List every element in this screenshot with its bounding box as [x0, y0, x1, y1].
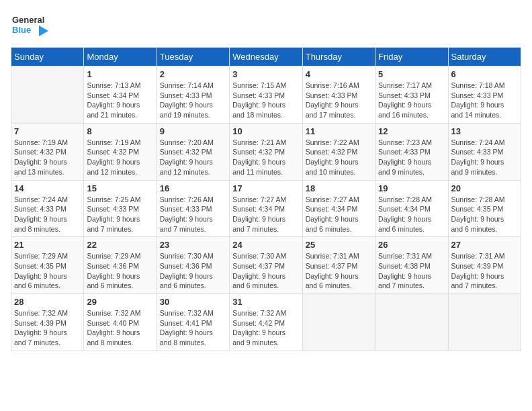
- day-cell: 30Sunrise: 7:32 AMSunset: 4:41 PMDayligh…: [157, 294, 229, 351]
- col-header-wednesday: Wednesday: [230, 48, 302, 66]
- day-number: 3: [232, 69, 299, 79]
- day-info: Sunrise: 7:24 AMSunset: 4:33 PMDaylight:…: [14, 195, 81, 234]
- day-cell: 27Sunrise: 7:31 AMSunset: 4:39 PMDayligh…: [448, 237, 521, 294]
- day-number: 20: [451, 183, 518, 193]
- day-cell: 25Sunrise: 7:31 AMSunset: 4:37 PMDayligh…: [302, 237, 375, 294]
- day-number: 7: [14, 126, 81, 136]
- day-cell: 5Sunrise: 7:17 AMSunset: 4:33 PMDaylight…: [375, 66, 448, 124]
- svg-text:General: General: [12, 15, 44, 25]
- day-number: 1: [87, 69, 153, 79]
- day-info: Sunrise: 7:30 AMSunset: 4:36 PMDaylight:…: [160, 251, 226, 291]
- day-number: 5: [378, 69, 445, 79]
- day-number: 12: [378, 126, 445, 136]
- day-cell: 11Sunrise: 7:22 AMSunset: 4:32 PMDayligh…: [302, 123, 375, 180]
- day-info: Sunrise: 7:24 AMSunset: 4:33 PMDaylight:…: [451, 138, 518, 177]
- day-number: 26: [378, 240, 445, 250]
- day-number: 27: [451, 240, 518, 250]
- day-cell: [375, 294, 448, 351]
- day-cell: [302, 294, 375, 351]
- day-info: Sunrise: 7:20 AMSunset: 4:32 PMDaylight:…: [160, 138, 226, 177]
- svg-text:Blue: Blue: [12, 25, 31, 35]
- day-number: 10: [232, 126, 299, 136]
- day-number: 13: [451, 126, 518, 136]
- day-info: Sunrise: 7:31 AMSunset: 4:39 PMDaylight:…: [451, 251, 518, 291]
- day-info: Sunrise: 7:31 AMSunset: 4:38 PMDaylight:…: [378, 251, 445, 291]
- day-number: 25: [306, 240, 372, 250]
- day-cell: 15Sunrise: 7:25 AMSunset: 4:33 PMDayligh…: [84, 180, 157, 237]
- day-cell: 23Sunrise: 7:30 AMSunset: 4:36 PMDayligh…: [157, 237, 229, 294]
- day-cell: 29Sunrise: 7:32 AMSunset: 4:40 PMDayligh…: [84, 294, 157, 351]
- col-header-saturday: Saturday: [448, 48, 521, 66]
- day-number: 2: [160, 69, 226, 79]
- day-info: Sunrise: 7:13 AMSunset: 4:34 PMDaylight:…: [87, 81, 153, 120]
- col-header-thursday: Thursday: [302, 48, 375, 66]
- day-number: 22: [87, 240, 153, 250]
- day-cell: 10Sunrise: 7:21 AMSunset: 4:32 PMDayligh…: [230, 123, 302, 180]
- col-header-tuesday: Tuesday: [157, 48, 229, 66]
- day-number: 23: [160, 240, 226, 250]
- day-info: Sunrise: 7:25 AMSunset: 4:33 PMDaylight:…: [87, 195, 153, 234]
- day-cell: 1Sunrise: 7:13 AMSunset: 4:34 PMDaylight…: [84, 66, 157, 124]
- day-number: 9: [160, 126, 226, 136]
- day-number: 8: [87, 126, 153, 136]
- day-cell: 9Sunrise: 7:20 AMSunset: 4:32 PMDaylight…: [157, 123, 229, 180]
- day-number: 17: [232, 183, 299, 193]
- day-cell: 24Sunrise: 7:30 AMSunset: 4:37 PMDayligh…: [230, 237, 302, 294]
- day-cell: 3Sunrise: 7:15 AMSunset: 4:33 PMDaylight…: [230, 66, 302, 124]
- day-number: 30: [160, 297, 226, 307]
- day-info: Sunrise: 7:26 AMSunset: 4:33 PMDaylight:…: [160, 195, 226, 234]
- day-info: Sunrise: 7:27 AMSunset: 4:34 PMDaylight:…: [306, 195, 372, 234]
- logo: General Blue: [11, 11, 48, 40]
- col-header-friday: Friday: [375, 48, 448, 66]
- day-info: Sunrise: 7:28 AMSunset: 4:35 PMDaylight:…: [451, 195, 518, 234]
- day-info: Sunrise: 7:30 AMSunset: 4:37 PMDaylight:…: [232, 251, 299, 291]
- day-number: 15: [87, 183, 153, 193]
- day-cell: 17Sunrise: 7:27 AMSunset: 4:34 PMDayligh…: [230, 180, 302, 237]
- day-number: 6: [451, 69, 518, 79]
- day-cell: 20Sunrise: 7:28 AMSunset: 4:35 PMDayligh…: [448, 180, 521, 237]
- day-cell: 8Sunrise: 7:19 AMSunset: 4:32 PMDaylight…: [84, 123, 157, 180]
- day-info: Sunrise: 7:23 AMSunset: 4:33 PMDaylight:…: [378, 138, 445, 177]
- page-header: General Blue: [11, 11, 521, 40]
- day-info: Sunrise: 7:15 AMSunset: 4:33 PMDaylight:…: [232, 81, 299, 120]
- day-number: 28: [14, 297, 81, 307]
- week-row-2: 7Sunrise: 7:19 AMSunset: 4:32 PMDaylight…: [11, 123, 521, 180]
- week-row-4: 21Sunrise: 7:29 AMSunset: 4:35 PMDayligh…: [11, 237, 521, 294]
- day-info: Sunrise: 7:18 AMSunset: 4:33 PMDaylight:…: [451, 81, 518, 120]
- week-row-1: 1Sunrise: 7:13 AMSunset: 4:34 PMDaylight…: [11, 66, 521, 124]
- day-cell: [448, 294, 521, 351]
- day-info: Sunrise: 7:21 AMSunset: 4:32 PMDaylight:…: [232, 138, 299, 177]
- day-cell: 18Sunrise: 7:27 AMSunset: 4:34 PMDayligh…: [302, 180, 375, 237]
- day-cell: 21Sunrise: 7:29 AMSunset: 4:35 PMDayligh…: [11, 237, 84, 294]
- day-info: Sunrise: 7:22 AMSunset: 4:32 PMDaylight:…: [306, 138, 372, 177]
- day-cell: 16Sunrise: 7:26 AMSunset: 4:33 PMDayligh…: [157, 180, 229, 237]
- day-info: Sunrise: 7:29 AMSunset: 4:36 PMDaylight:…: [87, 251, 153, 291]
- day-cell: 4Sunrise: 7:16 AMSunset: 4:33 PMDaylight…: [302, 66, 375, 124]
- col-header-sunday: Sunday: [11, 48, 84, 66]
- day-info: Sunrise: 7:32 AMSunset: 4:39 PMDaylight:…: [14, 308, 81, 348]
- day-cell: 13Sunrise: 7:24 AMSunset: 4:33 PMDayligh…: [448, 123, 521, 180]
- calendar-table: SundayMondayTuesdayWednesdayThursdayFrid…: [11, 47, 521, 351]
- week-row-3: 14Sunrise: 7:24 AMSunset: 4:33 PMDayligh…: [11, 180, 521, 237]
- day-info: Sunrise: 7:19 AMSunset: 4:32 PMDaylight:…: [14, 138, 81, 177]
- day-info: Sunrise: 7:32 AMSunset: 4:40 PMDaylight:…: [87, 308, 153, 348]
- day-number: 4: [306, 69, 372, 79]
- day-number: 11: [306, 126, 372, 136]
- day-cell: 2Sunrise: 7:14 AMSunset: 4:33 PMDaylight…: [157, 66, 229, 124]
- day-info: Sunrise: 7:29 AMSunset: 4:35 PMDaylight:…: [14, 251, 81, 291]
- logo-icon: General Blue: [11, 11, 48, 38]
- day-info: Sunrise: 7:32 AMSunset: 4:42 PMDaylight:…: [232, 308, 299, 348]
- week-row-5: 28Sunrise: 7:32 AMSunset: 4:39 PMDayligh…: [11, 294, 521, 351]
- day-info: Sunrise: 7:32 AMSunset: 4:41 PMDaylight:…: [160, 308, 226, 348]
- day-number: 31: [232, 297, 299, 307]
- day-number: 29: [87, 297, 153, 307]
- day-number: 19: [378, 183, 445, 193]
- day-cell: 6Sunrise: 7:18 AMSunset: 4:33 PMDaylight…: [448, 66, 521, 124]
- day-info: Sunrise: 7:19 AMSunset: 4:32 PMDaylight:…: [87, 138, 153, 177]
- svg-marker-2: [39, 26, 48, 36]
- day-cell: 19Sunrise: 7:28 AMSunset: 4:34 PMDayligh…: [375, 180, 448, 237]
- day-info: Sunrise: 7:31 AMSunset: 4:37 PMDaylight:…: [306, 251, 372, 291]
- day-cell: 12Sunrise: 7:23 AMSunset: 4:33 PMDayligh…: [375, 123, 448, 180]
- day-number: 24: [232, 240, 299, 250]
- day-cell: 31Sunrise: 7:32 AMSunset: 4:42 PMDayligh…: [230, 294, 302, 351]
